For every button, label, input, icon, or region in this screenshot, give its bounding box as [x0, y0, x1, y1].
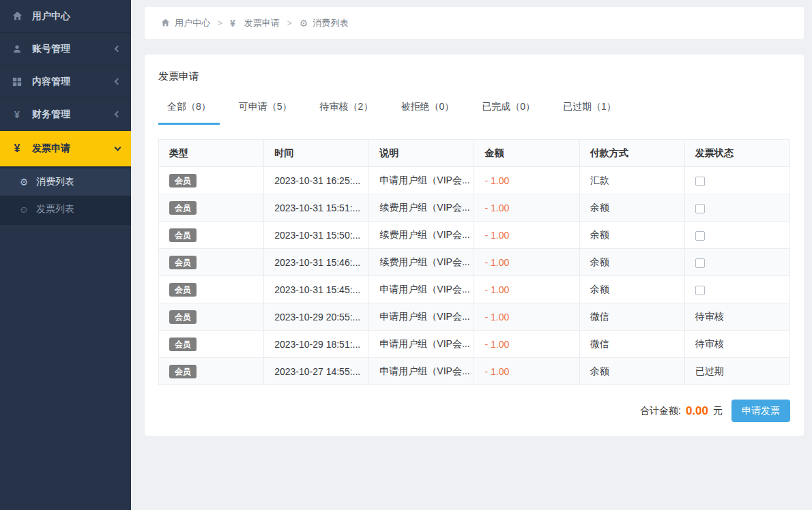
home-icon: [161, 18, 170, 27]
chevron-left-icon: [115, 78, 121, 85]
invoice-status-text: 待审核: [695, 338, 724, 349]
amount-cell: - 1.00: [474, 331, 579, 358]
amount-cell: - 1.00: [474, 194, 579, 222]
table-row: 会员2023-10-31 15:50:...续费用户组（VIP会...- 1.0…: [159, 222, 790, 249]
desc-cell: 申请用户组（VIP会...: [369, 167, 474, 194]
time-cell: 2023-10-31 15:46:...: [264, 249, 369, 276]
time-cell: 2023-10-27 14:55:...: [264, 358, 369, 385]
invoice-select-checkbox[interactable]: [695, 286, 705, 295]
table-row: 会员2023-10-31 15:46:...续费用户组（VIP会...- 1.0…: [159, 249, 790, 276]
payment-cell: 余额: [579, 249, 684, 276]
sidebar-item-user-center[interactable]: 用户中心: [0, 0, 131, 33]
tab-bar: 全部（8） 可申请（5） 待审核（2） 被拒绝（0） 已完成（0） 已过期（1）: [158, 101, 790, 125]
invoice-select-checkbox[interactable]: [695, 258, 705, 268]
payment-cell: 余额: [579, 222, 684, 249]
chevron-left-icon: [115, 111, 121, 118]
sidebar-item-account-mgmt[interactable]: 账号管理: [0, 33, 131, 65]
user-icon: [11, 44, 23, 54]
type-cell: 会员: [159, 276, 264, 303]
type-badge: 会员: [169, 201, 197, 215]
invoice-status-cell: 待审核: [684, 303, 789, 331]
time-cell: 2023-10-29 20:55:...: [264, 303, 369, 331]
invoice-status-cell: [684, 249, 789, 276]
sidebar-item-label: 账号管理: [32, 43, 70, 55]
time-cell: 2023-10-31 15:51:...: [264, 194, 369, 222]
invoice-status-cell: 已过期: [684, 358, 789, 385]
breadcrumb-item-consume-list[interactable]: ⚙ 消费列表: [300, 17, 349, 29]
invoice-select-checkbox[interactable]: [695, 231, 705, 241]
type-cell: 会员: [159, 331, 264, 358]
tab-expired[interactable]: 已过期（1）: [554, 101, 625, 125]
chevron-left-icon: [115, 46, 121, 52]
type-cell: 会员: [159, 249, 264, 276]
sidebar-subitem-consume-list[interactable]: ⚙ 消费列表: [0, 168, 131, 196]
tab-rejected[interactable]: 被拒绝（0）: [392, 101, 463, 125]
payment-cell: 余额: [579, 194, 684, 222]
desc-cell: 申请用户组（VIP会...: [369, 276, 474, 303]
sidebar-subitem-label: 消费列表: [36, 176, 74, 188]
breadcrumb-item-invoice-apply[interactable]: ¥ 发票申请: [230, 17, 280, 29]
breadcrumb-label: 消费列表: [313, 17, 348, 29]
type-badge: 会员: [169, 228, 197, 242]
sidebar-item-finance-mgmt[interactable]: ¥ 财务管理: [0, 98, 131, 131]
breadcrumb-separator: >: [218, 18, 222, 28]
desc-cell: 续费用户组（VIP会...: [369, 194, 474, 222]
col-header-payment: 付款方式: [579, 140, 684, 167]
invoice-select-checkbox[interactable]: [695, 177, 705, 186]
invoice-status-cell: [684, 167, 789, 194]
sidebar-subitem-invoice-list[interactable]: ☺ 发票列表: [0, 196, 131, 223]
amount-cell: - 1.00: [474, 249, 579, 276]
amount-cell: - 1.00: [474, 167, 579, 194]
desc-cell: 申请用户组（VIP会...: [369, 358, 474, 385]
time-cell: 2023-10-31 15:50:...: [264, 222, 369, 249]
type-cell: 会员: [159, 194, 264, 222]
grid-icon: [11, 77, 23, 87]
tab-completed[interactable]: 已完成（0）: [473, 101, 544, 125]
tab-all[interactable]: 全部（8）: [158, 101, 220, 125]
breadcrumb: 用户中心 > ¥ 发票申请 > ⚙ 消费列表: [145, 7, 804, 39]
invoice-status-cell: [684, 222, 789, 249]
gear-icon: ⚙: [18, 177, 29, 188]
sidebar-item-content-mgmt[interactable]: 内容管理: [0, 65, 131, 98]
table-row: 会员2023-10-29 18:51:...申请用户组（VIP会...- 1.0…: [159, 331, 790, 358]
breadcrumb-separator: >: [287, 18, 292, 28]
table-row: 会员2023-10-31 15:45:...申请用户组（VIP会...- 1.0…: [159, 276, 790, 303]
desc-cell: 申请用户组（VIP会...: [369, 331, 474, 358]
main-content: 用户中心 > ¥ 发票申请 > ⚙ 消费列表 发票申请 全部（8） 可申请（5）…: [131, 0, 812, 510]
table-body: 会员2023-10-31 16:25:...申请用户组（VIP会...- 1.0…: [159, 167, 790, 385]
type-badge: 会员: [169, 310, 197, 324]
chevron-down-icon: [115, 145, 121, 151]
total-unit: 元: [713, 405, 723, 417]
consume-table: 类型 时间 说明 金额 付款方式 发票状态 会员2023-10-31 16:25…: [158, 139, 790, 385]
sidebar-item-invoice-apply[interactable]: ¥ 发票申请: [0, 131, 131, 166]
invoice-status-text: 待审核: [695, 311, 724, 322]
desc-cell: 续费用户组（VIP会...: [369, 249, 474, 276]
invoice-status-cell: [684, 276, 789, 303]
yen-icon: ¥: [230, 18, 235, 29]
tab-applicable[interactable]: 可申请（5）: [230, 101, 301, 125]
invoice-status-text: 已过期: [695, 365, 724, 376]
amount-cell: - 1.00: [474, 303, 579, 331]
breadcrumb-item-user-center[interactable]: 用户中心: [161, 17, 210, 29]
col-header-invoice-status: 发票状态: [684, 140, 789, 167]
sidebar-submenu: ⚙ 消费列表 ☺ 发票列表: [0, 166, 131, 225]
amount-cell: - 1.00: [474, 222, 579, 249]
type-cell: 会员: [159, 222, 264, 249]
time-cell: 2023-10-31 16:25:...: [264, 167, 369, 194]
table-row: 会员2023-10-29 20:55:...申请用户组（VIP会...- 1.0…: [159, 303, 790, 331]
apply-invoice-button[interactable]: 申请发票: [731, 400, 790, 422]
invoice-status-cell: 待审核: [684, 331, 789, 358]
desc-cell: 续费用户组（VIP会...: [369, 222, 474, 249]
total-label: 合计金额:: [640, 405, 681, 417]
payment-cell: 余额: [579, 358, 684, 385]
sidebar-subitem-label: 发票列表: [36, 203, 74, 215]
payment-cell: 余额: [579, 276, 684, 303]
col-header-desc: 说明: [369, 140, 474, 167]
invoice-select-checkbox[interactable]: [695, 204, 705, 213]
amount-cell: - 1.00: [474, 276, 579, 303]
total-value: 0.00: [686, 404, 708, 418]
page-title: 发票申请: [158, 70, 790, 83]
tab-pending[interactable]: 待审核（2）: [311, 101, 382, 125]
col-header-time: 时间: [264, 140, 369, 167]
type-badge: 会员: [169, 365, 197, 378]
